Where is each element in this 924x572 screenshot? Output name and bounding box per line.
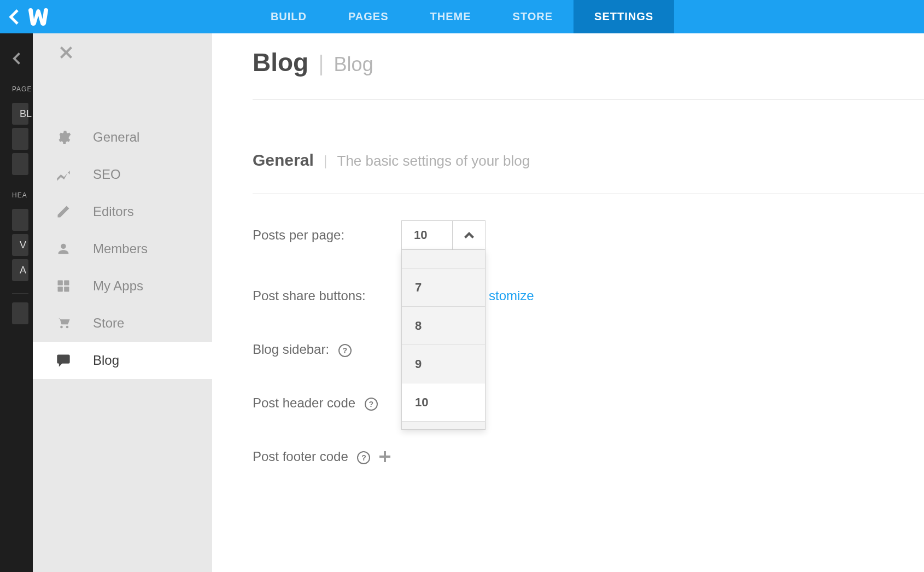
settings-rows: Posts per page: 10 7 8 9 10 [253, 220, 924, 464]
settings-sidebar-list: General SEO Editors Members My Apps Stor… [33, 33, 212, 379]
close-icon [60, 46, 72, 59]
nav-tab-pages[interactable]: PAGES [328, 0, 410, 33]
setting-post-footer-code: Post footer code ? [253, 449, 924, 464]
section-title: General [253, 151, 314, 170]
sidebar-item-label: Blog [93, 353, 119, 368]
section-divider: | [324, 153, 328, 170]
dark-sidebar-page-item[interactable]: BL [12, 103, 28, 125]
trend-icon [56, 167, 93, 182]
posts-per-page-dropdown: 7 8 9 10 [401, 250, 486, 430]
section-subtitle: The basic settings of your blog [337, 153, 530, 170]
page-header: Blog | Blog [253, 48, 924, 100]
nav-tab-build[interactable]: BUILD [250, 0, 328, 33]
user-icon [56, 241, 93, 256]
nav-tab-settings[interactable]: SETTINGS [574, 0, 674, 33]
sidebar-item-editors[interactable]: Editors [33, 193, 212, 230]
setting-label: Post share buttons: [253, 288, 401, 303]
dropdown-option[interactable] [402, 250, 485, 269]
dark-sidebar-header-item[interactable]: V [12, 234, 28, 256]
breadcrumb: Blog [334, 53, 373, 76]
plus-icon [379, 451, 390, 462]
sidebar-item-label: SEO [93, 167, 121, 182]
help-icon[interactable]: ? [357, 451, 370, 464]
breadcrumb-divider: | [318, 51, 324, 76]
top-navbar: BUILD PAGES THEME STORE SETTINGS [0, 0, 924, 33]
sidebar-item-label: My Apps [93, 278, 143, 294]
top-nav-tabs: BUILD PAGES THEME STORE SETTINGS [250, 0, 674, 33]
svg-rect-0 [58, 281, 63, 285]
dropdown-option-7[interactable]: 7 [402, 269, 485, 307]
dropdown-option[interactable] [402, 422, 485, 429]
pencil-icon [56, 204, 93, 219]
nav-tab-store[interactable]: STORE [492, 0, 574, 33]
gear-icon [56, 130, 93, 145]
setting-label: Post header code ? [253, 395, 401, 411]
sidebar-item-label: Members [93, 241, 148, 256]
dark-sidebar-divider [12, 293, 28, 294]
add-footer-code-button[interactable] [378, 450, 392, 464]
sidebar-item-seo[interactable]: SEO [33, 156, 212, 193]
sidebar-item-blog[interactable]: Blog [33, 342, 212, 379]
dark-sidebar-section-pages: PAGE [0, 81, 33, 100]
sidebar-item-store[interactable]: Store [33, 305, 212, 342]
svg-rect-2 [58, 287, 63, 291]
chevron-left-icon [9, 9, 19, 25]
setting-label: Posts per page: [253, 227, 401, 243]
close-sidebar-button[interactable] [60, 46, 72, 61]
dropdown-option-8[interactable]: 8 [402, 307, 485, 345]
posts-per-page-control: 10 7 8 9 10 [401, 220, 486, 250]
page-title: Blog [253, 48, 308, 77]
chevron-left-icon [13, 52, 20, 65]
setting-post-share-buttons: Post share buttons: stomize [253, 288, 924, 303]
dropdown-option-9[interactable]: 9 [402, 345, 485, 383]
dark-sidebar-item[interactable] [12, 302, 28, 324]
chat-icon [56, 353, 93, 368]
setting-label: Blog sidebar: ? [253, 342, 401, 357]
svg-rect-1 [64, 281, 69, 285]
sidebar-item-label: Editors [93, 204, 134, 219]
posts-per-page-select[interactable]: 10 [401, 220, 486, 250]
sidebar-item-myapps[interactable]: My Apps [33, 267, 212, 305]
section-header: General | The basic settings of your blo… [253, 151, 924, 194]
select-value: 10 [402, 221, 452, 249]
setting-post-header-code: Post header code ? [253, 395, 924, 411]
dark-sidebar-page-item[interactable] [12, 153, 28, 175]
dark-sidebar: PAGE BL HEA V A [0, 33, 33, 572]
svg-rect-3 [64, 287, 69, 291]
dark-sidebar-section-header: HEA [0, 187, 33, 206]
setting-blog-sidebar: Blog sidebar: ? [253, 342, 924, 357]
dark-sidebar-header-item[interactable]: A [12, 259, 28, 281]
main-panel: Blog | Blog General | The basic settings… [212, 33, 924, 572]
cart-icon [56, 316, 93, 331]
back-button[interactable] [0, 9, 27, 25]
sidebar-item-label: Store [93, 316, 124, 331]
grid-icon [56, 278, 93, 294]
settings-sidebar: General SEO Editors Members My Apps Stor… [33, 33, 212, 572]
help-icon[interactable]: ? [338, 344, 352, 357]
dark-sidebar-page-item[interactable] [12, 128, 28, 150]
dropdown-option-10[interactable]: 10 [402, 383, 485, 422]
sidebar-item-members[interactable]: Members [33, 230, 212, 267]
dark-sidebar-header-item[interactable] [12, 209, 28, 231]
sidebar-item-label: General [93, 130, 139, 145]
select-toggle-button[interactable] [452, 221, 485, 249]
logo-icon [27, 8, 49, 26]
dark-sidebar-back-button[interactable] [0, 44, 33, 81]
chevron-up-icon [464, 232, 474, 238]
nav-tab-theme[interactable]: THEME [410, 0, 492, 33]
content-wrapper: PAGE BL HEA V A General SEO Editors [0, 33, 924, 572]
sidebar-item-general[interactable]: General [33, 119, 212, 156]
weebly-logo[interactable] [27, 8, 55, 26]
customize-link[interactable]: stomize [489, 288, 534, 303]
setting-posts-per-page: Posts per page: 10 7 8 9 10 [253, 220, 924, 250]
help-icon[interactable]: ? [365, 398, 378, 411]
setting-label: Post footer code ? [253, 449, 370, 464]
